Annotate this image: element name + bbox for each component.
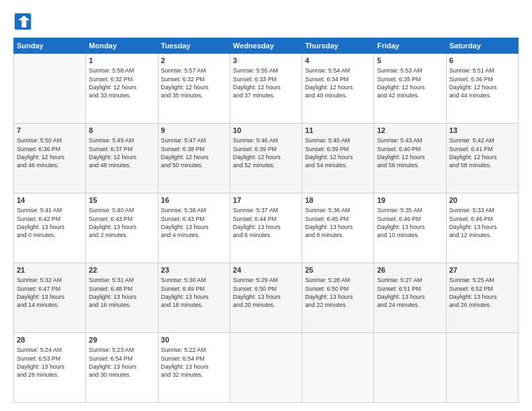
day-info: Sunrise: 5:43 AM Sunset: 6:40 PM Dayligh…: [377, 136, 443, 169]
calendar-cell: 6Sunrise: 5:51 AM Sunset: 6:36 PM Daylig…: [446, 54, 518, 124]
calendar-cell: 16Sunrise: 5:38 AM Sunset: 6:43 PM Dayli…: [158, 193, 230, 263]
calendar-cell: [302, 333, 374, 403]
calendar-cell: 7Sunrise: 5:50 AM Sunset: 6:36 PM Daylig…: [14, 124, 86, 193]
calendar-week-row: 7Sunrise: 5:50 AM Sunset: 6:36 PM Daylig…: [14, 124, 519, 193]
logo: [13, 12, 35, 31]
day-number: 11: [305, 126, 371, 136]
day-info: Sunrise: 5:41 AM Sunset: 6:42 PM Dayligh…: [17, 206, 83, 239]
day-number: 20: [449, 195, 515, 205]
calendar-week-row: 21Sunrise: 5:32 AM Sunset: 6:47 PM Dayli…: [14, 263, 519, 333]
calendar-cell: 29Sunrise: 5:23 AM Sunset: 6:54 PM Dayli…: [86, 333, 158, 403]
day-info: Sunrise: 5:27 AM Sunset: 6:51 PM Dayligh…: [377, 276, 443, 309]
day-number: 12: [377, 126, 443, 136]
day-number: 9: [161, 126, 227, 136]
day-info: Sunrise: 5:29 AM Sunset: 6:50 PM Dayligh…: [233, 276, 299, 309]
day-number: 1: [89, 56, 154, 66]
day-number: 8: [89, 126, 154, 136]
day-number: 3: [233, 56, 299, 66]
day-number: 7: [17, 126, 83, 136]
day-number: 21: [17, 265, 83, 275]
calendar-week-row: 28Sunrise: 5:24 AM Sunset: 6:53 PM Dayli…: [14, 333, 519, 403]
day-number: 18: [305, 195, 371, 205]
day-number: 13: [449, 126, 515, 136]
calendar-cell: 21Sunrise: 5:32 AM Sunset: 6:47 PM Dayli…: [14, 263, 86, 333]
calendar-cell: 10Sunrise: 5:46 AM Sunset: 6:39 PM Dayli…: [230, 124, 302, 193]
calendar-cell: 8Sunrise: 5:49 AM Sunset: 6:37 PM Daylig…: [86, 124, 158, 193]
calendar-cell: [230, 333, 302, 403]
calendar-cell: 19Sunrise: 5:35 AM Sunset: 6:46 PM Dayli…: [374, 193, 446, 263]
day-info: Sunrise: 5:40 AM Sunset: 6:43 PM Dayligh…: [89, 206, 154, 239]
calendar-cell: 3Sunrise: 5:55 AM Sunset: 6:33 PM Daylig…: [230, 54, 302, 124]
day-info: Sunrise: 5:45 AM Sunset: 6:39 PM Dayligh…: [305, 136, 371, 169]
day-info: Sunrise: 5:57 AM Sunset: 6:32 PM Dayligh…: [161, 66, 227, 99]
calendar-cell: 20Sunrise: 5:33 AM Sunset: 6:46 PM Dayli…: [446, 193, 518, 263]
day-number: 27: [449, 265, 515, 275]
day-number: 30: [161, 335, 227, 345]
day-info: Sunrise: 5:47 AM Sunset: 6:38 PM Dayligh…: [161, 136, 227, 169]
day-number: 6: [449, 56, 515, 66]
header: [13, 12, 519, 31]
day-info: Sunrise: 5:37 AM Sunset: 6:44 PM Dayligh…: [233, 206, 299, 239]
weekday-header-saturday: Saturday: [446, 38, 518, 54]
calendar-cell: 30Sunrise: 5:22 AM Sunset: 6:54 PM Dayli…: [158, 333, 230, 403]
day-info: Sunrise: 5:38 AM Sunset: 6:43 PM Dayligh…: [161, 206, 227, 239]
day-number: 25: [305, 265, 371, 275]
calendar-cell: 25Sunrise: 5:28 AM Sunset: 6:50 PM Dayli…: [302, 263, 374, 333]
calendar-cell: 17Sunrise: 5:37 AM Sunset: 6:44 PM Dayli…: [230, 193, 302, 263]
day-info: Sunrise: 5:46 AM Sunset: 6:39 PM Dayligh…: [233, 136, 299, 169]
calendar-cell: 26Sunrise: 5:27 AM Sunset: 6:51 PM Dayli…: [374, 263, 446, 333]
calendar-cell: [446, 333, 518, 403]
day-info: Sunrise: 5:28 AM Sunset: 6:50 PM Dayligh…: [305, 276, 371, 309]
calendar-cell: 12Sunrise: 5:43 AM Sunset: 6:40 PM Dayli…: [374, 124, 446, 193]
day-info: Sunrise: 5:53 AM Sunset: 6:35 PM Dayligh…: [377, 66, 443, 99]
calendar-cell: 9Sunrise: 5:47 AM Sunset: 6:38 PM Daylig…: [158, 124, 230, 193]
day-number: 16: [161, 195, 227, 205]
day-info: Sunrise: 5:51 AM Sunset: 6:36 PM Dayligh…: [449, 66, 515, 99]
day-number: 4: [305, 56, 371, 66]
logo-icon: [13, 12, 32, 31]
day-info: Sunrise: 5:35 AM Sunset: 6:46 PM Dayligh…: [377, 206, 443, 239]
day-number: 22: [89, 265, 154, 275]
calendar-cell: 11Sunrise: 5:45 AM Sunset: 6:39 PM Dayli…: [302, 124, 374, 193]
weekday-header-tuesday: Tuesday: [158, 38, 230, 54]
weekday-header-monday: Monday: [86, 38, 158, 54]
day-number: 24: [233, 265, 299, 275]
page: SundayMondayTuesdayWednesdayThursdayFrid…: [0, 0, 532, 411]
calendar-table: SundayMondayTuesdayWednesdayThursdayFrid…: [13, 38, 519, 403]
day-number: 2: [161, 56, 227, 66]
calendar-cell: 14Sunrise: 5:41 AM Sunset: 6:42 PM Dayli…: [14, 193, 86, 263]
calendar-cell: [14, 54, 86, 124]
day-number: 29: [89, 335, 154, 345]
weekday-header-friday: Friday: [374, 38, 446, 54]
day-number: 15: [89, 195, 154, 205]
day-number: 23: [161, 265, 227, 275]
calendar-cell: 15Sunrise: 5:40 AM Sunset: 6:43 PM Dayli…: [86, 193, 158, 263]
day-number: 17: [233, 195, 299, 205]
calendar-cell: 23Sunrise: 5:30 AM Sunset: 6:49 PM Dayli…: [158, 263, 230, 333]
day-number: 19: [377, 195, 443, 205]
day-info: Sunrise: 5:25 AM Sunset: 6:52 PM Dayligh…: [449, 276, 515, 309]
day-number: 26: [377, 265, 443, 275]
day-info: Sunrise: 5:22 AM Sunset: 6:54 PM Dayligh…: [161, 346, 227, 379]
calendar-cell: 13Sunrise: 5:42 AM Sunset: 6:41 PM Dayli…: [446, 124, 518, 193]
calendar-cell: 18Sunrise: 5:36 AM Sunset: 6:45 PM Dayli…: [302, 193, 374, 263]
calendar-cell: [374, 333, 446, 403]
calendar-week-row: 1Sunrise: 5:58 AM Sunset: 6:32 PM Daylig…: [14, 54, 519, 124]
calendar-cell: 24Sunrise: 5:29 AM Sunset: 6:50 PM Dayli…: [230, 263, 302, 333]
calendar-cell: 1Sunrise: 5:58 AM Sunset: 6:32 PM Daylig…: [86, 54, 158, 124]
day-info: Sunrise: 5:36 AM Sunset: 6:45 PM Dayligh…: [305, 206, 371, 239]
day-info: Sunrise: 5:42 AM Sunset: 6:41 PM Dayligh…: [449, 136, 515, 169]
calendar-cell: 27Sunrise: 5:25 AM Sunset: 6:52 PM Dayli…: [446, 263, 518, 333]
calendar-week-row: 14Sunrise: 5:41 AM Sunset: 6:42 PM Dayli…: [14, 193, 519, 263]
weekday-header-row: SundayMondayTuesdayWednesdayThursdayFrid…: [14, 38, 519, 54]
day-number: 28: [17, 335, 83, 345]
day-info: Sunrise: 5:54 AM Sunset: 6:34 PM Dayligh…: [305, 66, 371, 99]
weekday-header-wednesday: Wednesday: [230, 38, 302, 54]
day-number: 5: [377, 56, 443, 66]
day-info: Sunrise: 5:30 AM Sunset: 6:49 PM Dayligh…: [161, 276, 227, 309]
weekday-header-sunday: Sunday: [14, 38, 86, 54]
day-info: Sunrise: 5:31 AM Sunset: 6:48 PM Dayligh…: [89, 276, 154, 309]
day-info: Sunrise: 5:50 AM Sunset: 6:36 PM Dayligh…: [17, 136, 83, 169]
day-info: Sunrise: 5:33 AM Sunset: 6:46 PM Dayligh…: [449, 206, 515, 239]
day-number: 10: [233, 126, 299, 136]
